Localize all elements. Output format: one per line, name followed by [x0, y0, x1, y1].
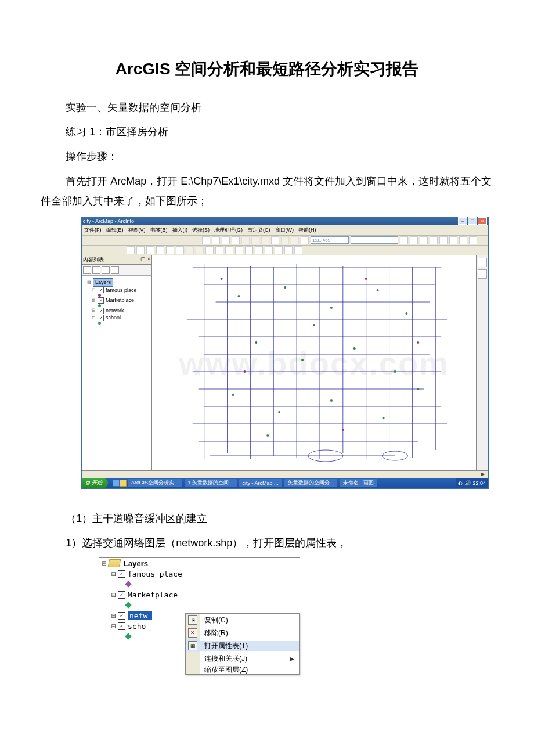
- minimize-button[interactable]: –: [458, 217, 467, 225]
- goto-xy-input[interactable]: [351, 236, 398, 244]
- expander-icon[interactable]: ⊟: [110, 622, 118, 631]
- taskbar-item[interactable]: 矢量数据的空间分...: [284, 479, 338, 487]
- layer-famous-place[interactable]: famous place: [106, 287, 137, 294]
- layer-checkbox[interactable]: ✓: [98, 297, 104, 304]
- arctoolbox-icon[interactable]: [439, 236, 448, 244]
- maximize-button[interactable]: □: [468, 217, 477, 225]
- toc-list-by-source-icon[interactable]: [92, 266, 100, 274]
- expander-icon[interactable]: ⊟: [110, 570, 118, 578]
- menu-item-remove[interactable]: ✕ 移除(R): [186, 627, 299, 639]
- layer-checkbox[interactable]: ✓: [118, 622, 125, 630]
- save-icon[interactable]: [222, 236, 230, 244]
- html-popup-icon[interactable]: [275, 246, 283, 254]
- menu-customize[interactable]: 自定义(C): [247, 226, 270, 234]
- menu-item-joins[interactable]: 连接和关联(J) ▶: [186, 652, 299, 665]
- select-features-icon[interactable]: [205, 246, 214, 254]
- cut-icon[interactable]: [241, 236, 250, 244]
- new-icon[interactable]: [202, 236, 210, 244]
- scale-input[interactable]: 1:31,469: [311, 236, 349, 244]
- layers-node[interactable]: Layers: [124, 559, 148, 568]
- menu-bar[interactable]: 文件(F) 编辑(E) 视图(V) 书签(B) 插入(I) 选择(S) 地理处理…: [82, 225, 488, 236]
- undo-icon[interactable]: [281, 236, 289, 244]
- model-builder-icon[interactable]: [459, 236, 467, 244]
- expander-icon[interactable]: ⊟: [110, 611, 118, 620]
- menu-item-zoom-to-layer[interactable]: 缩放至图层(Z): [186, 665, 299, 674]
- layer-famous-place[interactable]: famous place: [128, 570, 182, 578]
- layer-checkbox[interactable]: ✓: [118, 612, 125, 620]
- delete-icon[interactable]: [271, 236, 279, 244]
- zoom-in-icon[interactable]: [127, 246, 135, 254]
- start-button[interactable]: ⊞ 开始: [82, 478, 108, 488]
- layer-school[interactable]: scho: [128, 622, 146, 631]
- toc-list-by-drawing-icon[interactable]: [83, 266, 91, 274]
- next-extent-icon[interactable]: [196, 246, 204, 254]
- layers-node[interactable]: Layers: [93, 278, 113, 287]
- expander-icon[interactable]: ⊟: [110, 591, 118, 599]
- help-icon[interactable]: [469, 236, 477, 244]
- layer-checkbox[interactable]: ✓: [118, 591, 125, 599]
- menu-insert[interactable]: 插入(I): [172, 226, 188, 234]
- full-extent-icon[interactable]: [156, 246, 164, 254]
- menu-geoprocessing[interactable]: 地理处理(G): [214, 226, 243, 234]
- layer-marketplace[interactable]: Marketplace: [106, 297, 134, 304]
- tray-icon[interactable]: 🔊: [464, 480, 471, 486]
- layer-school[interactable]: school: [106, 314, 121, 322]
- menu-bookmarks[interactable]: 书签(B): [150, 226, 168, 234]
- measure-icon[interactable]: [255, 246, 263, 254]
- tray-icon[interactable]: ◐: [458, 480, 463, 486]
- workspace: 内容列表 ▢ × ⊟ Layers ⊟✓famous place ⊟✓Marke…: [82, 255, 488, 470]
- taskbar-item[interactable]: 未命名 - 画图: [340, 479, 377, 487]
- layer-checkbox[interactable]: ✓: [98, 287, 104, 293]
- quick-launch-ie-icon[interactable]: [113, 480, 120, 487]
- menu-item-open-attribute-table[interactable]: ▦ 打开属性表(T): [186, 639, 299, 652]
- python-icon[interactable]: [449, 236, 457, 244]
- layer-marketplace[interactable]: Marketplace: [128, 591, 178, 599]
- viewer-icon[interactable]: [294, 246, 302, 254]
- copy-icon[interactable]: [251, 236, 259, 244]
- menu-select[interactable]: 选择(S): [192, 226, 210, 234]
- taskbar-item[interactable]: ArcGIS空间分析实...: [128, 479, 182, 487]
- editor-toolbar-icon[interactable]: [400, 236, 408, 244]
- quick-launch-explorer-icon[interactable]: [120, 480, 127, 487]
- prev-extent-icon[interactable]: [186, 246, 194, 254]
- window-title: city - ArcMap - ArcInfo: [83, 218, 458, 224]
- toc-list-by-visibility-icon[interactable]: [102, 266, 110, 274]
- taskbar-item[interactable]: city - ArcMap ...: [239, 479, 282, 487]
- search-icon[interactable]: [430, 236, 438, 244]
- zoom-out-icon[interactable]: [136, 246, 145, 254]
- redo-icon[interactable]: [291, 236, 299, 244]
- toc-pin-close[interactable]: ▢ ×: [140, 256, 150, 264]
- find-icon[interactable]: [245, 246, 253, 254]
- menu-help[interactable]: 帮助(H): [298, 226, 316, 234]
- layer-network[interactable]: network: [106, 307, 124, 315]
- layer-checkbox[interactable]: ✓: [98, 308, 104, 314]
- taskbar-item[interactable]: 1.矢量数据的空间...: [185, 479, 237, 487]
- layer-network-selected[interactable]: netw: [128, 611, 152, 620]
- print-icon[interactable]: [232, 236, 240, 244]
- toc-icon[interactable]: [410, 236, 418, 244]
- map-canvas[interactable]: www.bdocx.com: [152, 255, 477, 470]
- fixed-zoom-in-icon[interactable]: [166, 246, 174, 254]
- time-slider-icon[interactable]: [284, 246, 293, 254]
- layer-checkbox[interactable]: ✓: [98, 315, 104, 321]
- identify-icon[interactable]: [235, 246, 243, 254]
- paste-icon[interactable]: [261, 236, 269, 244]
- toc-list-by-selection-icon[interactable]: [111, 266, 119, 274]
- menu-view[interactable]: 视图(V): [128, 226, 146, 234]
- close-button[interactable]: ×: [478, 217, 487, 225]
- menu-item-copy[interactable]: ⎘ 复制(C): [186, 614, 299, 627]
- pan-icon[interactable]: [146, 246, 154, 254]
- catalog-icon[interactable]: [420, 236, 428, 244]
- open-icon[interactable]: [212, 236, 220, 244]
- select-elements-icon[interactable]: [225, 246, 233, 254]
- search-dock-icon[interactable]: [478, 269, 487, 279]
- menu-windows[interactable]: 窗口(W): [275, 226, 294, 234]
- add-data-icon[interactable]: [301, 236, 309, 244]
- catalog-dock-icon[interactable]: [478, 258, 487, 267]
- hyperlink-icon[interactable]: [265, 246, 273, 254]
- menu-file[interactable]: 文件(F): [84, 226, 102, 234]
- layer-checkbox[interactable]: ✓: [118, 570, 125, 578]
- clear-selection-icon[interactable]: [215, 246, 223, 254]
- fixed-zoom-out-icon[interactable]: [176, 246, 184, 254]
- menu-edit[interactable]: 编辑(E): [106, 226, 124, 234]
